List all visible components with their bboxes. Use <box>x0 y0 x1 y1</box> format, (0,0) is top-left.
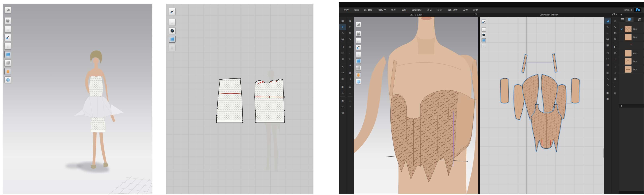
cut-tool-icon[interactable]: ✂ <box>604 56 611 62</box>
fabric-item-wing2[interactable]: (J)S <box>619 65 644 73</box>
dart-tool-icon[interactable]: ▧ <box>347 44 353 50</box>
avatar-pose-tool-icon[interactable]: ◉ <box>347 18 353 24</box>
pattern-piece-back[interactable] <box>216 78 244 123</box>
pen-tool-icon[interactable]: ✎ <box>340 30 346 36</box>
pattern-piece-strap-left[interactable] <box>522 54 527 73</box>
menu-item[interactable]: 2D板片 <box>375 7 388 13</box>
topstitch-tool-icon[interactable]: ≋ <box>347 30 353 36</box>
binding-tool-icon[interactable]: ◫ <box>347 97 353 104</box>
tab-fabric[interactable] <box>626 17 634 22</box>
tab-3d-window[interactable]: 0517 1-1.zprj <box>354 13 478 17</box>
simulate-icon[interactable] <box>4 6 11 13</box>
fabric-view-icon[interactable] <box>356 58 361 64</box>
trim-tool-icon[interactable]: ✂ <box>340 70 346 76</box>
avatar-display-icon[interactable] <box>356 72 361 77</box>
detach-window-icon[interactable] <box>612 14 614 15</box>
walk-pattern-tool-icon[interactable]: ◉ <box>604 96 611 102</box>
2d-pattern-viewport[interactable] <box>480 17 604 194</box>
seam-tool-icon[interactable]: ◫ <box>340 50 346 56</box>
grain-tool-icon[interactable]: ◐ <box>612 84 618 90</box>
show-garment-icon[interactable] <box>4 26 11 32</box>
menu-item[interactable]: 文件 <box>341 7 351 13</box>
fabric-item-textured[interactable]: (J)S <box>619 25 644 33</box>
menu-item[interactable]: 编辑 <box>351 7 362 13</box>
menu-item[interactable]: 虚拟模特 <box>409 7 424 13</box>
fabric-roll-icon[interactable] <box>4 59 11 66</box>
fold-tool-icon[interactable]: ◧ <box>340 84 346 90</box>
piping-tool-icon[interactable]: ◑ <box>347 76 353 82</box>
tab-2d-pattern-window[interactable]: 2D Pattern Window <box>480 13 619 17</box>
segment-sew-tool-icon[interactable]: ≋ <box>612 30 618 36</box>
brush-tool-icon[interactable]: ∿ <box>340 64 346 70</box>
sew-tool-icon[interactable]: ⊟ <box>340 44 346 50</box>
clo-logo-icon[interactable] <box>634 8 642 12</box>
avatar-display-icon[interactable] <box>4 68 11 75</box>
pattern-piece-side-back-left[interactable] <box>500 78 509 103</box>
zipper-2d-tool-icon[interactable]: ▩ <box>612 76 618 82</box>
text-tool-icon[interactable]: A <box>604 76 611 82</box>
panel-collapse-bar[interactable] <box>619 104 644 108</box>
pattern-info-icon[interactable] <box>482 33 486 37</box>
texture-brush-icon[interactable] <box>356 45 361 50</box>
menu-item[interactable]: 3D服装 <box>362 7 375 13</box>
trace-tool-icon[interactable]: ◻ <box>604 50 611 56</box>
roll-tool-icon[interactable]: ↔ <box>347 90 353 96</box>
garment-display-icon[interactable] <box>4 17 11 24</box>
viewport-divider[interactable] <box>478 17 480 194</box>
layout-grid-tool-icon[interactable]: ▤ <box>612 90 618 96</box>
fabric-item-wing[interactable]: (J)S <box>619 57 644 65</box>
pleat-tool-icon[interactable]: ▥ <box>604 70 611 76</box>
rectangle-tool-icon[interactable]: ▤ <box>604 36 611 42</box>
free-sew-tool-icon[interactable]: ∿ <box>612 24 618 30</box>
show-garment-icon[interactable] <box>482 27 486 31</box>
menu-hamburger-icon[interactable] <box>621 18 624 20</box>
lock-garment-icon[interactable] <box>169 44 176 51</box>
fabric-item-plain[interactable]: (J)S <box>619 33 644 41</box>
pin-tool-icon[interactable]: ≋ <box>340 56 346 62</box>
wrap-tool-icon[interactable]: ◍ <box>340 110 346 116</box>
menu-item[interactable]: 偏好设置 <box>445 7 460 13</box>
polygon-tool-icon[interactable]: ▱ <box>604 30 611 36</box>
fabric-roll-tool-icon[interactable]: ▤ <box>347 84 353 90</box>
menu-item[interactable]: 素材 <box>399 7 409 13</box>
detach-window-icon[interactable] <box>475 14 476 15</box>
print-layout-tool-icon[interactable]: ▣ <box>604 90 611 96</box>
fabric-roll-icon[interactable] <box>356 65 361 71</box>
snap-tool-icon[interactable]: ● <box>347 62 353 68</box>
menu-item[interactable]: 缝纫 <box>388 7 399 13</box>
zipper-tool-icon[interactable]: ▩ <box>347 70 353 76</box>
button-2d-tool-icon[interactable]: ● <box>612 70 618 76</box>
environment-globe-icon[interactable] <box>356 79 361 84</box>
internal-shape-tool-icon[interactable]: ▦ <box>604 42 611 48</box>
pattern-piece-front[interactable] <box>254 79 285 123</box>
avatar-figure[interactable] <box>74 50 124 169</box>
show-garment-icon[interactable] <box>356 38 361 43</box>
show-garment-icon[interactable] <box>169 19 176 26</box>
edit-curve-tool-icon[interactable]: ✎ <box>604 24 611 30</box>
tack-tool-icon[interactable]: ✛ <box>612 56 618 62</box>
menu-item[interactable]: 设置 <box>460 7 470 13</box>
fold-arrange-tool-icon[interactable]: ◧ <box>612 44 618 50</box>
simulate-tool-icon[interactable]: ▦ <box>340 18 346 24</box>
texture-tool-icon[interactable]: ▣ <box>340 97 346 104</box>
flip-tool-icon[interactable]: ⇅ <box>340 90 346 96</box>
pen-tool-icon[interactable] <box>482 19 486 24</box>
sewing-machine-tool-icon[interactable]: ◇ <box>612 18 618 24</box>
fabric-view-icon[interactable] <box>482 38 486 42</box>
grade-tool-icon[interactable]: ⊞ <box>604 62 611 68</box>
scrollbar-thumb[interactable] <box>603 148 604 158</box>
environment-globe-icon[interactable] <box>4 76 11 83</box>
pattern-info-icon[interactable] <box>169 27 176 34</box>
lock-garment-icon[interactable] <box>482 44 486 48</box>
select-pattern-tool-icon[interactable]: ◢ <box>604 18 611 24</box>
menu-item[interactable]: 渲染 <box>424 7 435 13</box>
stitch-tool-icon[interactable]: ✂ <box>347 24 353 30</box>
detach-sew-tool-icon[interactable]: ⊠ <box>612 36 618 42</box>
pattern-piece-side-back-right[interactable] <box>571 78 580 103</box>
zip-puller-tool-icon[interactable]: ≡ <box>347 104 353 110</box>
simulate-icon[interactable] <box>356 22 361 27</box>
button-tool-icon[interactable]: ◐ <box>347 50 353 56</box>
texture-brush-icon[interactable] <box>4 34 11 41</box>
measure-tool-icon[interactable]: ≡ <box>340 104 346 110</box>
elastic-tool-icon[interactable]: ↕ <box>612 64 618 70</box>
